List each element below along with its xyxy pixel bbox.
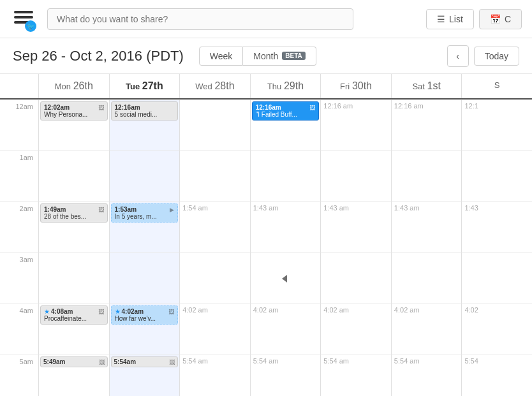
event-mon26-5am-1[interactable]: 5:49am 🖼: [40, 356, 108, 367]
plain-time-wed28-4am: 4:02 am: [182, 306, 208, 314]
week-button[interactable]: Week: [199, 47, 244, 66]
time-4am: 4am: [0, 304, 38, 355]
cell-thu29-5am[interactable]: 5:54 am: [250, 355, 321, 396]
cell-thu29-1am[interactable]: [250, 150, 321, 202]
period-toggle: Week Month BETA: [199, 47, 316, 66]
plain-time-thu29-5am: 5:54 am: [253, 357, 279, 365]
event-thu29-12am-1[interactable]: 12:16am 🖼 "I Failed Buff...: [252, 101, 320, 121]
day-header-thu29: Thu 29th: [250, 74, 321, 98]
cell-sat1-3am[interactable]: [391, 253, 462, 304]
cell-mon26-1am[interactable]: [38, 150, 109, 202]
subheader: Sep 26 - Oct 2, 2016 (PDT) Week Month BE…: [0, 38, 532, 74]
time-3am: 3am: [0, 253, 38, 304]
plain-time-wed28-2am: 1:54 am: [182, 204, 208, 212]
cell-tue27-4am[interactable]: ★ 4:02am 🖼 How far we'v...: [109, 304, 180, 355]
event-mon26-2am-1[interactable]: 1:49am 🖼 28 of the bes...: [40, 203, 108, 223]
cell-mon26-5am[interactable]: 5:49am 🖼: [38, 355, 109, 396]
cell-sat1-1am[interactable]: [391, 150, 462, 202]
svg-text:🐦: 🐦: [27, 22, 35, 31]
cell-wed28-4am[interactable]: 4:02 am: [179, 304, 250, 355]
date-range-label: Sep 26 - Oct 2, 2016 (PDT): [13, 48, 184, 64]
event-tue27-2am-1[interactable]: 1:53am ▶ In 5 years, m...: [111, 203, 179, 223]
svg-rect-1: [14, 16, 33, 18]
cell-mon26-12am[interactable]: 12:02am 🖼 Why Persona...: [38, 99, 109, 150]
event-tue27-4am-1[interactable]: ★ 4:02am 🖼 How far we'v...: [111, 305, 179, 325]
cell-thu29-3am[interactable]: [250, 253, 321, 304]
image-icon: 🖼: [169, 359, 175, 365]
image-icon: 🖼: [98, 207, 104, 213]
plain-time-sat1-12am: 12:16 am: [394, 102, 424, 110]
cell-sun2-5am[interactable]: 5:54: [461, 355, 532, 396]
cell-wed28-3am[interactable]: [179, 253, 250, 304]
event-mon26-12am-1[interactable]: 12:02am 🖼 Why Persona...: [40, 101, 108, 121]
plain-time-sun2-2am: 1:43: [464, 204, 478, 212]
plain-time-fri30-12am: 12:16 am: [323, 102, 353, 110]
cell-sat1-12am[interactable]: 12:16 am: [391, 99, 462, 150]
day-headers: Mon 26th Tue 27th Wed 28th Thu 29th Fri …: [0, 74, 532, 99]
event-mon26-4am-1[interactable]: ★ 4:08am 🖼 Procaffeinate...: [40, 305, 108, 325]
cell-sun2-3am[interactable]: [461, 253, 532, 304]
cell-fri30-2am[interactable]: 1:43 am: [320, 202, 391, 253]
cell-mon26-2am[interactable]: 1:49am 🖼 28 of the bes...: [38, 202, 109, 253]
cell-tue27-5am[interactable]: 5:54am 🖼: [109, 355, 180, 396]
search-input[interactable]: [47, 8, 353, 30]
cell-sun2-4am[interactable]: 4:02: [461, 304, 532, 355]
cell-mon26-3am[interactable]: [38, 253, 109, 304]
time-5am: 5am: [0, 355, 38, 396]
cell-mon26-4am[interactable]: ★ 4:08am 🖼 Procaffeinate...: [38, 304, 109, 355]
cell-fri30-5am[interactable]: 5:54 am: [320, 355, 391, 396]
cell-thu29-12am[interactable]: 12:16am 🖼 "I Failed Buff...: [250, 99, 321, 150]
time-2am: 2am: [0, 202, 38, 253]
app-logo: 🐦: [10, 6, 37, 33]
cell-sun2-2am[interactable]: 1:43: [461, 202, 532, 253]
event-tue27-5am-1[interactable]: 5:54am 🖼: [111, 356, 179, 367]
time-1am: 1am: [0, 150, 38, 202]
today-button[interactable]: Today: [474, 47, 519, 66]
cell-fri30-3am[interactable]: [320, 253, 391, 304]
plain-time-thu29-2am: 1:43 am: [253, 204, 279, 212]
app-header: 🐦 ☰ List 📅 C: [0, 0, 532, 38]
prev-button[interactable]: ‹: [447, 45, 469, 67]
plain-time-wed28-5am: 5:54 am: [182, 357, 208, 365]
nav-buttons: ‹ Today: [447, 45, 519, 67]
cell-fri30-1am[interactable]: [320, 150, 391, 202]
cell-fri30-4am[interactable]: 4:02 am: [320, 304, 391, 355]
time-grid: 12am 12:02am 🖼 Why Persona... 12:16am 5 …: [0, 99, 532, 396]
beta-badge: BETA: [282, 52, 305, 60]
image-icon: 🖼: [98, 105, 104, 111]
plain-time-sun2-4am: 4:02: [464, 306, 478, 314]
time-column-header: [0, 74, 38, 98]
calendar-view-button[interactable]: 📅 C: [479, 9, 522, 29]
day-header-mon26: Mon 26th: [38, 74, 109, 98]
event-tue27-12am-1[interactable]: 12:16am 5 social medi...: [111, 101, 179, 121]
plain-time-sat1-5am: 5:54 am: [394, 357, 420, 365]
cell-sun2-1am[interactable]: [461, 150, 532, 202]
cell-sat1-2am[interactable]: 1:43 am: [391, 202, 462, 253]
cell-wed28-5am[interactable]: 5:54 am: [179, 355, 250, 396]
cell-tue27-12am[interactable]: 12:16am 5 social medi...: [109, 99, 180, 150]
plain-time-sat1-2am: 1:43 am: [394, 204, 420, 212]
day-header-sun2: S: [461, 74, 532, 98]
cell-wed28-1am[interactable]: [179, 150, 250, 202]
cell-fri30-12am[interactable]: 12:16 am: [320, 99, 391, 150]
calendar-body[interactable]: 12am 12:02am 🖼 Why Persona... 12:16am 5 …: [0, 99, 532, 396]
day-header-tue27: Tue 27th: [109, 74, 180, 98]
cell-sat1-5am[interactable]: 5:54 am: [391, 355, 462, 396]
day-header-wed28: Wed 28th: [179, 74, 250, 98]
cell-tue27-2am[interactable]: 1:53am ▶ In 5 years, m...: [109, 202, 180, 253]
video-icon: ▶: [170, 207, 174, 213]
svg-rect-0: [14, 11, 33, 13]
cell-thu29-2am[interactable]: 1:43 am: [250, 202, 321, 253]
cell-tue27-3am[interactable]: [109, 253, 180, 304]
cell-wed28-12am[interactable]: [179, 99, 250, 150]
list-icon: ☰: [437, 14, 445, 24]
plain-time-sat1-4am: 4:02 am: [394, 306, 420, 314]
cell-thu29-4am[interactable]: 4:02 am: [250, 304, 321, 355]
cell-tue27-1am[interactable]: [109, 150, 180, 202]
list-view-button[interactable]: ☰ List: [426, 9, 474, 29]
cell-wed28-2am[interactable]: 1:54 am: [179, 202, 250, 253]
cell-sat1-4am[interactable]: 4:02 am: [391, 304, 462, 355]
cell-sun2-12am[interactable]: 12:1: [461, 99, 532, 150]
month-button[interactable]: Month BETA: [243, 47, 316, 66]
calendar: Mon 26th Tue 27th Wed 28th Thu 29th Fri …: [0, 74, 532, 396]
